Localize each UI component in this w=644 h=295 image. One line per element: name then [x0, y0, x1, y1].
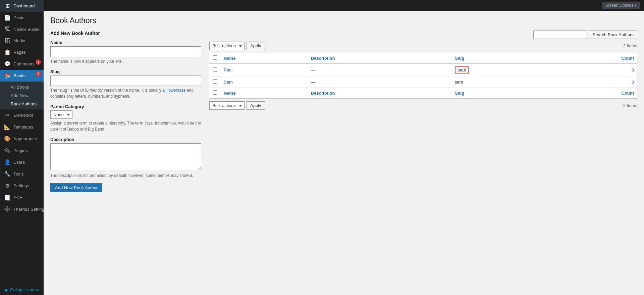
- table-panel: Search Book Authors Bulk actions Apply 2…: [209, 31, 637, 112]
- author-name-link-sam[interactable]: Sam: [224, 80, 233, 85]
- dashboard-icon: ⊞: [4, 3, 11, 9]
- author-slug-paul: paul: [451, 64, 547, 77]
- elementor-icon: ✏: [4, 112, 11, 118]
- sidebar-item-users[interactable]: 👤 Users: [0, 156, 44, 168]
- media-icon: 🖼: [4, 38, 11, 44]
- table-actions-left-bottom: Bulk actions Apply: [209, 101, 265, 110]
- select-all-checkbox-footer[interactable]: [213, 90, 217, 95]
- apply-button-top[interactable]: Apply: [247, 42, 265, 50]
- description-label: Description: [50, 137, 201, 142]
- footer-count[interactable]: Count: [547, 88, 637, 99]
- sidebar-item-settings[interactable]: ⚙ Settings: [0, 180, 44, 192]
- bulk-actions-select-bottom[interactable]: Bulk actions: [209, 101, 245, 110]
- appearance-icon: 🎨: [4, 136, 11, 142]
- table-actions-top: Bulk actions Apply 2 items: [209, 42, 637, 50]
- slug-help-link[interactable]: all lowercase: [162, 88, 185, 93]
- theplus-icon: ➕: [4, 206, 11, 212]
- sidebar-item-acf[interactable]: 📑 ACF: [0, 192, 44, 203]
- row-checkbox-paul[interactable]: [213, 67, 217, 72]
- add-new-book-author-button[interactable]: Add New Book Author: [50, 183, 102, 192]
- count-link-paul[interactable]: 3: [632, 67, 634, 72]
- author-name-link-paul[interactable]: Paul: [224, 67, 232, 72]
- sidebar-item-nexter-builder[interactable]: 🏗 Nexter Builder: [0, 23, 44, 35]
- footer-name[interactable]: Name: [220, 88, 308, 99]
- parent-help: Assign a parent term to create a hierarc…: [50, 120, 201, 132]
- sidebar-item-templates[interactable]: 📐 Templates: [0, 121, 44, 133]
- templates-icon: 📐: [4, 124, 11, 130]
- sidebar-item-posts[interactable]: 📄 Posts: [0, 12, 44, 23]
- footer-checkbox-col: [209, 88, 220, 99]
- page-title: Book Authors: [50, 16, 637, 25]
- books-icon: 📚: [4, 72, 11, 79]
- slug-input[interactable]: [50, 76, 201, 86]
- sidebar-item-label: Plugins: [13, 148, 28, 153]
- comments-badge: 1: [36, 59, 41, 65]
- sidebar-sub-item-all-books[interactable]: All Books: [0, 83, 44, 91]
- sidebar-item-label: ACF: [13, 195, 22, 200]
- name-field-group: Name The name is how it appears on your …: [50, 40, 201, 64]
- header-description[interactable]: Description: [308, 53, 451, 64]
- sidebar-sub-item-book-authors[interactable]: Book Authors: [0, 100, 44, 108]
- search-input[interactable]: [533, 31, 587, 39]
- row-checkbox-sam[interactable]: [213, 79, 217, 84]
- main-area: Screen Options ▾ Book Authors Add New Bo…: [44, 0, 644, 295]
- sidebar-item-dashboard[interactable]: ⊞ Dashboard: [0, 0, 44, 12]
- sidebar-item-label: Appearance: [13, 136, 37, 141]
- table-body: Paul—paul3Sam—sam3: [209, 64, 637, 88]
- table-footer-row: Name Description Slug Count: [209, 88, 637, 99]
- sidebar-item-label: Pages: [13, 50, 26, 55]
- parent-select[interactable]: None: [50, 110, 72, 119]
- parent-field-group: Parent Category None Assign a parent ter…: [50, 104, 201, 132]
- items-count-top: 2 items: [623, 43, 637, 48]
- screen-options-arrow: ▾: [635, 3, 637, 8]
- footer-slug[interactable]: Slug: [451, 88, 547, 99]
- parent-label: Parent Category: [50, 104, 201, 109]
- search-book-authors-button[interactable]: Search Book Authors: [589, 31, 637, 39]
- header-name[interactable]: Name: [220, 53, 308, 64]
- description-help: The description is not prominent by defa…: [50, 173, 201, 179]
- name-input[interactable]: [50, 46, 201, 57]
- add-form-panel: Add New Book Author Name The name is how…: [50, 31, 201, 192]
- sidebar-item-tools[interactable]: 🔧 Tools: [0, 168, 44, 180]
- sidebar-item-elementor[interactable]: ✏ Elementor: [0, 109, 44, 121]
- sidebar-item-label: Settings: [13, 183, 29, 188]
- table-row: Paul—paul3: [209, 64, 637, 77]
- comments-icon: 💬: [4, 61, 11, 67]
- sidebar-item-label: Books: [13, 73, 25, 78]
- sidebar-item-books[interactable]: 📚 Books 2: [0, 70, 44, 82]
- settings-icon: ⚙: [4, 183, 11, 189]
- bulk-actions-select-top[interactable]: Bulk actions: [209, 42, 245, 50]
- header-count[interactable]: Count: [547, 53, 637, 64]
- header-slug[interactable]: Slug: [451, 53, 547, 64]
- sidebar-item-theplus[interactable]: ➕ ThePlus Settings: [0, 203, 44, 215]
- pages-icon: 📋: [4, 49, 11, 55]
- slug-highlighted-paul: paul: [455, 66, 469, 73]
- screen-options-button[interactable]: Screen Options ▾: [602, 2, 640, 9]
- table-actions-bottom: Bulk actions Apply 2 items: [209, 101, 637, 110]
- items-count-bottom: 2 items: [623, 103, 637, 108]
- select-all-checkbox[interactable]: [213, 55, 217, 60]
- sidebar-item-label: ThePlus Settings: [13, 207, 44, 212]
- sidebar-item-media[interactable]: 🖼 Media: [0, 35, 44, 46]
- acf-icon: 📑: [4, 194, 11, 201]
- content-area: Book Authors Add New Book Author Name Th…: [44, 11, 644, 295]
- sidebar-sub-item-add-new[interactable]: Add New: [0, 91, 44, 100]
- count-link-sam[interactable]: 3: [632, 80, 634, 85]
- slug-help: The “slug” is the URL-friendly version o…: [50, 87, 201, 99]
- slug-field-group: Slug The “slug” is the URL-friendly vers…: [50, 69, 201, 100]
- collapse-label: Collapse menu: [10, 287, 39, 292]
- apply-button-bottom[interactable]: Apply: [247, 101, 265, 110]
- description-field-group: Description The description is not promi…: [50, 137, 201, 179]
- description-textarea[interactable]: [50, 143, 201, 170]
- sidebar-item-label: Tools: [13, 171, 23, 177]
- table-header-row: Name Description Slug Count: [209, 53, 637, 64]
- sidebar-item-plugins[interactable]: 🔌 Plugins: [0, 145, 44, 156]
- sidebar-item-appearance[interactable]: 🎨 Appearance: [0, 133, 44, 145]
- sidebar-item-pages[interactable]: 📋 Pages: [0, 46, 44, 58]
- form-section-title: Add New Book Author: [50, 31, 201, 36]
- footer-description[interactable]: Description: [308, 88, 451, 99]
- collapse-menu[interactable]: ◀ Collapse menu: [0, 285, 44, 295]
- author-desc-sam: —: [308, 77, 451, 88]
- sidebar-item-label: Comments: [13, 61, 35, 66]
- sidebar-item-comments[interactable]: 💬 Comments 1: [0, 58, 44, 70]
